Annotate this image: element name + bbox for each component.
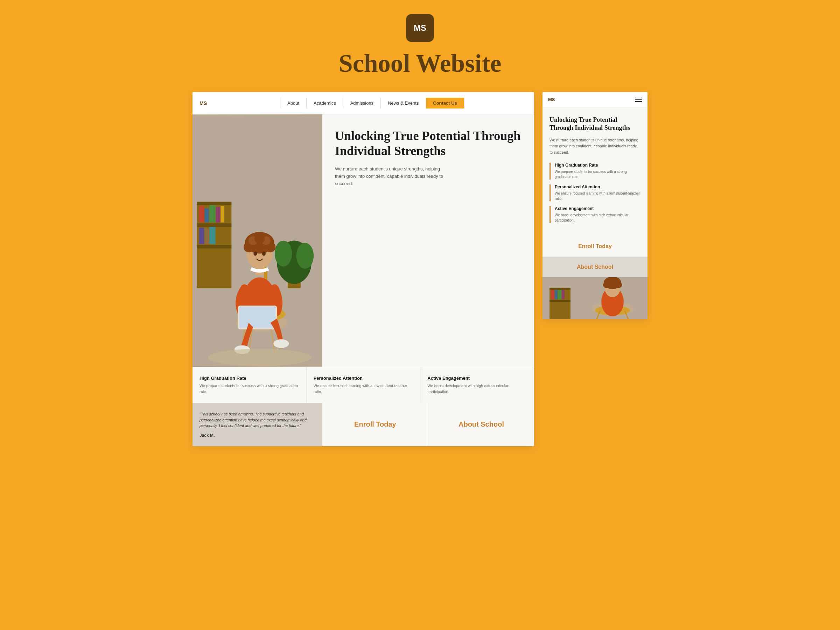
mobile-hero: Unlocking True Potential Through Individ… xyxy=(543,107,647,236)
svg-point-34 xyxy=(254,233,265,243)
mobile-stat-attention-title: Personalized Attention xyxy=(555,185,641,189)
desktop-content: Unlocking True Potential Through Individ… xyxy=(193,114,534,367)
svg-rect-8 xyxy=(216,207,220,223)
mobile-hero-text: We nurture each student's unique strengt… xyxy=(549,137,641,156)
nav-logo: MS xyxy=(199,101,207,106)
main-layout: MS About Academics Admissions News & Eve… xyxy=(193,92,647,446)
nav-link-about[interactable]: About xyxy=(280,98,306,109)
mobile-nav: MS xyxy=(543,92,647,107)
stat-divider-3 xyxy=(549,206,551,223)
nav-link-academics[interactable]: Academics xyxy=(306,98,343,109)
cta-about-label[interactable]: About School xyxy=(458,420,504,428)
svg-rect-53 xyxy=(551,290,554,299)
nav-link-admissions[interactable]: Admissions xyxy=(343,98,381,109)
hamburger-line-2 xyxy=(635,99,642,100)
logo-text: MS xyxy=(414,23,426,33)
stats-row: High Graduation Rate We prepare students… xyxy=(193,367,534,403)
mobile-screen: MS Unlocking True Potential Through Indi… xyxy=(543,92,647,319)
nav-item-academics[interactable]: Academics xyxy=(306,98,343,109)
top-branding: MS School Website xyxy=(339,14,502,78)
mobile-cta-area: Enroll Today About School xyxy=(543,236,647,277)
nav-item-news[interactable]: News & Events xyxy=(381,98,426,109)
testimonial-author: Jack M. xyxy=(199,433,315,438)
hamburger-line-3 xyxy=(635,101,642,102)
site-title: School Website xyxy=(339,49,502,78)
svg-point-16 xyxy=(297,243,314,269)
svg-point-38 xyxy=(273,339,289,348)
mobile-about-button[interactable]: About School xyxy=(543,257,647,277)
svg-rect-11 xyxy=(205,229,209,244)
mobile-image-section xyxy=(543,277,647,319)
svg-rect-51 xyxy=(549,288,570,290)
svg-rect-52 xyxy=(549,300,570,302)
stat-engagement: Active Engagement We boost development w… xyxy=(420,367,534,403)
mobile-stat-engagement: Active Engagement We boost development w… xyxy=(549,206,641,223)
student-illustration xyxy=(193,114,322,367)
nav-item-about[interactable]: About xyxy=(280,98,306,109)
mobile-hero-heading: Unlocking True Potential Through Individ… xyxy=(549,116,641,132)
mobile-stat-engagement-title: Active Engagement xyxy=(555,206,641,211)
mobile-stat-graduation-desc: We prepare students for success with a s… xyxy=(555,169,641,180)
nav-item-contact[interactable]: Contact Us xyxy=(426,98,464,109)
svg-point-48 xyxy=(603,282,609,288)
hero-subtext: We nurture each student's unique strengt… xyxy=(335,166,447,187)
hamburger-menu-icon[interactable] xyxy=(635,98,642,102)
mobile-image-bg xyxy=(543,277,647,319)
mobile-panel: MS Unlocking True Potential Through Indi… xyxy=(543,92,647,319)
svg-rect-3 xyxy=(197,223,231,227)
nav-item-admissions[interactable]: Admissions xyxy=(343,98,381,109)
testimonial-text: "This school has been amazing. The suppo… xyxy=(199,411,315,429)
logo-badge: MS xyxy=(406,14,434,42)
svg-point-49 xyxy=(616,282,622,288)
stat-graduation-title: High Graduation Rate xyxy=(199,376,299,381)
svg-rect-54 xyxy=(555,290,557,299)
stat-attention: Personalized Attention We ensure focused… xyxy=(306,367,421,403)
hero-image-column xyxy=(193,114,322,367)
cta-enroll-label[interactable]: Enroll Today xyxy=(354,420,396,428)
svg-rect-6 xyxy=(205,208,209,223)
mobile-about-label[interactable]: About School xyxy=(577,264,613,270)
mobile-enroll-label[interactable]: Enroll Today xyxy=(578,243,612,249)
svg-rect-10 xyxy=(199,227,204,244)
nav-link-news[interactable]: News & Events xyxy=(381,98,426,109)
hero-heading: Unlocking True Potential Through Individ… xyxy=(335,128,521,159)
stat-attention-desc: We ensure focused learning with a low st… xyxy=(314,383,413,395)
mobile-stat-attention: Personalized Attention We ensure focused… xyxy=(549,185,641,201)
cta-enroll-section[interactable]: Enroll Today xyxy=(322,403,428,446)
testimonial-cta-row: "This school has been amazing. The suppo… xyxy=(193,403,534,446)
nav-link-contact[interactable]: Contact Us xyxy=(426,98,464,109)
svg-rect-2 xyxy=(197,202,231,205)
mobile-enroll-button[interactable]: Enroll Today xyxy=(543,236,647,257)
cta-about-section[interactable]: About School xyxy=(428,403,534,446)
mobile-stat-graduation-title: High Graduation Rate xyxy=(555,163,641,167)
svg-rect-7 xyxy=(209,205,215,222)
stat-engagement-title: Active Engagement xyxy=(427,376,527,381)
svg-rect-9 xyxy=(221,206,224,223)
svg-point-15 xyxy=(275,241,292,267)
svg-rect-5 xyxy=(199,206,204,223)
stat-attention-title: Personalized Attention xyxy=(314,376,413,381)
cta-buttons-row: Enroll Today About School xyxy=(322,403,534,446)
mobile-stat-graduation: High Graduation Rate We prepare students… xyxy=(549,163,641,180)
svg-point-35 xyxy=(253,251,257,256)
mobile-student-illustration xyxy=(543,277,647,319)
svg-rect-56 xyxy=(562,290,565,299)
stat-divider-1 xyxy=(549,163,551,180)
hero-image xyxy=(193,114,322,367)
testimonial-column: "This school has been amazing. The suppo… xyxy=(193,403,322,446)
hero-text-column: Unlocking True Potential Through Individ… xyxy=(322,114,534,367)
svg-rect-26 xyxy=(239,307,276,328)
stat-divider-2 xyxy=(549,185,551,201)
desktop-panel: MS About Academics Admissions News & Eve… xyxy=(193,92,534,446)
mobile-nav-logo: MS xyxy=(548,97,555,102)
svg-point-36 xyxy=(262,251,266,256)
nav-links: About Academics Admissions News & Events… xyxy=(217,98,527,109)
svg-rect-4 xyxy=(197,245,231,248)
mobile-stat-attention-desc: We ensure focused learning with a low st… xyxy=(555,191,641,201)
svg-point-39 xyxy=(208,349,311,366)
mobile-stat-engagement-desc: We boost development with high extracurr… xyxy=(555,212,641,223)
hamburger-line-1 xyxy=(635,98,642,98)
stat-graduation-desc: We prepare students for success with a s… xyxy=(199,383,299,395)
stat-engagement-desc: We boost development with high extracurr… xyxy=(427,383,527,395)
svg-rect-55 xyxy=(558,290,561,299)
